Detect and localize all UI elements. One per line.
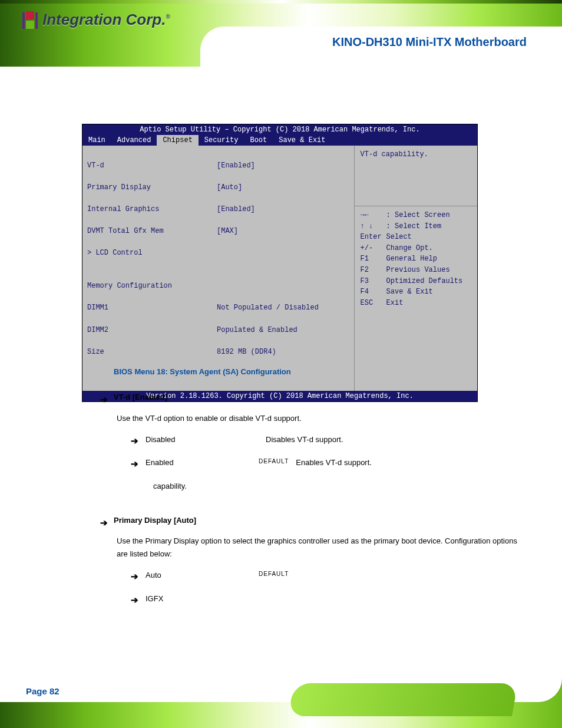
arrows-lr-icon: →← bbox=[361, 210, 386, 221]
choice-disabled-text: Disables VT-d support. bbox=[266, 433, 343, 449]
option-vtd-title: VT-d [Enabled] bbox=[114, 391, 167, 404]
bios-tab-main: Main bbox=[82, 135, 111, 146]
bullet-arrow-icon: ➔ bbox=[131, 433, 138, 449]
bios-section-memory: Memory Configuration bbox=[87, 281, 349, 292]
banner-curve bbox=[288, 683, 518, 716]
bios-item-primary-display-label: Primary Display bbox=[87, 182, 217, 193]
bios-screenshot: Aptio Setup Utility – Copyright (C) 2018… bbox=[82, 124, 478, 402]
bios-dimm1-value: Not Populated / Disabled bbox=[217, 302, 319, 314]
bullet-arrow-icon: ➔ bbox=[100, 392, 108, 407]
top-banner: Integration Corp.® bbox=[0, 0, 562, 67]
bios-item-dvmt-label: DVMT Total Gfx Mem bbox=[87, 226, 217, 237]
choice-enabled-label: Enabled bbox=[146, 456, 252, 472]
bios-key-help: →←: Select Screen ↑ ↓: Select Item Enter… bbox=[361, 210, 474, 308]
bullet-arrow-icon: ➔ bbox=[131, 592, 138, 608]
bios-item-dvmt-value: [MAX] bbox=[217, 226, 238, 237]
bullet-arrow-icon: ➔ bbox=[131, 569, 138, 584]
bios-tab-save-exit: Save & Exit bbox=[273, 135, 331, 146]
option-primary-display-desc: Use the Primary Display option to select… bbox=[117, 535, 527, 561]
bios-tab-boot: Boot bbox=[244, 135, 273, 146]
choice-disabled-label: Disabled bbox=[146, 433, 252, 449]
option-vtd-desc: Use the VT-d option to enable or disable… bbox=[117, 412, 527, 425]
bios-submenu-lcd-control: > LCD Control bbox=[87, 248, 349, 259]
bios-item-vtd-value: [Enabled] bbox=[217, 160, 255, 172]
bullet-arrow-icon: ➔ bbox=[131, 456, 138, 472]
bios-dimm2-value: Populated & Enabled bbox=[217, 325, 297, 336]
choice-enabled-default: DEFAULT bbox=[259, 456, 289, 472]
brand-name: Integration Corp.® bbox=[42, 11, 170, 29]
arrows-ud-icon: ↑ ↓ bbox=[361, 221, 386, 232]
logo-icon bbox=[22, 11, 38, 29]
bios-tab-chipset: Chipset bbox=[157, 135, 198, 146]
choice-capability-label: capability. bbox=[153, 480, 259, 493]
option-primary-display-title: Primary Display [Auto] bbox=[114, 514, 196, 527]
logo-area: Integration Corp.® bbox=[22, 11, 170, 29]
bios-item-vtd-label: VT-d bbox=[87, 160, 217, 172]
choice-auto-label: Auto bbox=[146, 569, 252, 584]
bios-title-bar: Aptio Setup Utility – Copyright (C) 2018… bbox=[82, 124, 477, 135]
bios-item-internal-graphics-label: Internal Graphics bbox=[87, 204, 217, 215]
bios-hint: VT-d capability. bbox=[361, 149, 474, 202]
bios-size-label: Size bbox=[87, 347, 217, 358]
choice-auto-default: DEFAULT bbox=[259, 569, 289, 584]
bios-tab-advanced: Advanced bbox=[111, 135, 157, 146]
bios-size-value: 8192 MB (DDR4) bbox=[217, 347, 276, 358]
bios-right-pane: VT-d capability. →←: Select Screen ↑ ↓: … bbox=[354, 146, 477, 391]
choice-igfx-label: IGFX bbox=[146, 592, 252, 608]
bios-left-pane: VT-d[Enabled] Primary Display[Auto] Inte… bbox=[82, 146, 354, 391]
choice-enabled-text: Enables VT-d support. bbox=[296, 456, 372, 472]
body-content: ➔ VT-d [Enabled] Use the VT-d option to … bbox=[100, 386, 527, 607]
figure-caption: BIOS Menu 18: System Agent (SA) Configur… bbox=[114, 367, 291, 376]
bottom-banner bbox=[0, 669, 562, 728]
bios-dimm2-label: DIMM2 bbox=[87, 325, 217, 336]
bios-item-internal-graphics-value: [Enabled] bbox=[217, 204, 255, 215]
page-number: Page 82 bbox=[26, 686, 59, 696]
bios-tab-security: Security bbox=[199, 135, 244, 146]
bios-dimm1-label: DIMM1 bbox=[87, 302, 217, 314]
document-title: KINO-DH310 Mini-ITX Motherboard bbox=[332, 35, 527, 49]
bios-item-primary-display-value: [Auto] bbox=[217, 182, 242, 193]
bullet-arrow-icon: ➔ bbox=[100, 515, 108, 531]
bios-tab-bar: Main Advanced Chipset Security Boot Save… bbox=[82, 135, 477, 146]
